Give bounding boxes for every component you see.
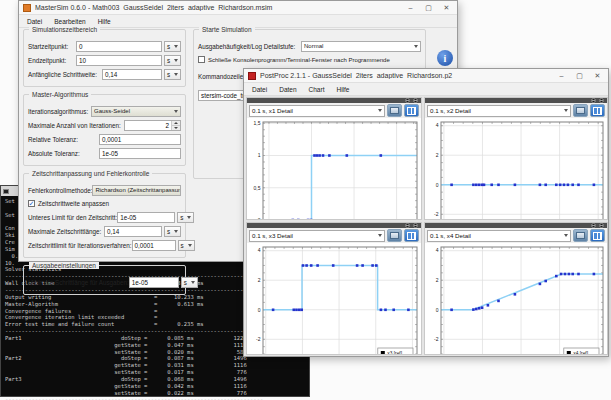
field-label: Minimale Schrittlänge für Ausgaben:	[28, 279, 129, 286]
group-ausgabeeinstellungen: Ausgabeeinstellungen Minimale Schrittlän…	[23, 265, 186, 295]
svg-text:x4 [ref]: x4 [ref]	[573, 351, 588, 355]
svg-text:4: 4	[436, 122, 439, 128]
table-icon	[407, 107, 416, 115]
field-label: Maximale Anzahl von Iterationen:	[28, 122, 121, 129]
unit-combo[interactable]: s	[164, 69, 181, 80]
relative-tolerance-input[interactable]: 0,0001	[99, 134, 181, 145]
table-icon	[593, 232, 602, 240]
iteration-step-limit-input[interactable]: 0,0001	[132, 240, 176, 251]
desktop: Set Set Con Ski Cre Sim 0. 10. Solver st…	[0, 0, 611, 400]
group-title: Starte Simulation	[199, 26, 255, 33]
chevron-down-icon	[378, 234, 382, 237]
chart-settings-button[interactable]	[573, 104, 588, 117]
chart-selector-dropdown[interactable]: 0.1 s, x1 Detail	[249, 105, 385, 117]
minimize-button[interactable]: –	[402, 2, 419, 14]
group-title: Simulationszeitbereich	[29, 26, 100, 33]
chart-icon	[390, 107, 399, 114]
unit-combo[interactable]: s	[164, 226, 181, 237]
chart-canvas-x4[interactable]: 0,811,21,41,6-4-2024Zeit [s]x4 [ref]Part…	[425, 243, 607, 355]
table-icon	[407, 232, 416, 240]
chevron-down-icon	[378, 109, 382, 112]
chart-settings-button[interactable]	[573, 229, 588, 242]
unit-combo[interactable]: s	[164, 55, 181, 66]
chart-icon	[576, 107, 585, 114]
checkbox-label: Zeitschrittweite anpassen	[38, 200, 109, 207]
unit-combo[interactable]: s	[164, 41, 181, 52]
verbosity-dropdown[interactable]: Normal	[301, 41, 421, 52]
iterations-stepper[interactable]: 2	[124, 120, 181, 131]
svg-text:1,5: 1,5	[254, 120, 261, 126]
chart-canvas-x3[interactable]: 0,811,21,41,6-4-2024Zeit [s]x3 [ref]Part…	[247, 243, 421, 355]
close-button[interactable]: ✕	[438, 2, 455, 14]
field-label: Absolute Toleranz:	[28, 150, 80, 157]
chevron-down-icon	[187, 216, 191, 219]
chart-selector-dropdown[interactable]: 0.1 s, x2 Detail	[427, 105, 571, 117]
chart-panel-grid: 0.1 s, x1 Detail 0,9511,051,100,511,5Zei…	[244, 96, 608, 356]
max-step-length-input[interactable]: 0,14	[104, 226, 162, 237]
info-icon[interactable]: i	[437, 50, 453, 66]
initial-step-input[interactable]: 0,14	[102, 69, 162, 80]
field-label: Anfängliche Schrittweite:	[28, 71, 97, 78]
end-time-input[interactable]: 10	[76, 55, 162, 66]
table-view-button[interactable]	[404, 229, 419, 242]
chevron-down-icon	[564, 234, 568, 237]
chevron-down-icon	[174, 73, 178, 76]
menu-hilfe[interactable]: Hilfe	[93, 17, 116, 26]
maximize-button[interactable]: ▢	[420, 2, 437, 14]
start-time-input[interactable]: 0	[76, 41, 162, 52]
group-simulationszeitbereich: Simulationszeitbereich Startzeitpunkt: 0…	[23, 29, 186, 87]
menu-bearbeiten[interactable]: Bearbeiten	[49, 17, 90, 26]
table-view-button[interactable]	[590, 229, 605, 242]
minimize-button[interactable]: –	[553, 70, 570, 82]
unit-combo[interactable]: s	[177, 212, 194, 223]
menu-hilfe[interactable]: Hilfe	[331, 85, 354, 94]
chevron-down-icon	[174, 45, 178, 48]
chevron-down-icon	[174, 127, 178, 129]
field-label: Kommandozeile:	[198, 73, 245, 80]
menu-chart[interactable]: Chart	[304, 85, 330, 94]
close-button[interactable]: ✕	[589, 70, 606, 82]
field-label: Zeitschrittlimit für Iterationsverfahren…	[28, 242, 132, 249]
table-icon	[593, 107, 602, 115]
svg-text:-2: -2	[256, 336, 261, 342]
svg-text:2: 2	[436, 152, 439, 158]
absolute-tolerance-input[interactable]: 1e-05	[99, 148, 181, 159]
chevron-down-icon	[191, 281, 195, 284]
menu-daten[interactable]: Daten	[274, 85, 301, 94]
chart-selector-dropdown[interactable]: 0.1 s, x4 Detail	[427, 230, 571, 242]
menu-datei[interactable]: Datei	[247, 85, 272, 94]
chart-settings-button[interactable]	[387, 104, 402, 117]
chart-canvas-x1[interactable]: 0,9511,051,100,511,5Zeit [s]x1 [ref]Part…	[247, 118, 421, 220]
field-label: Relative Toleranz:	[28, 136, 78, 143]
chart-canvas-x2[interactable]: 0,811,21,41,6-4-2024Zeit [s]x2 [ref]Part…	[425, 118, 607, 220]
error-control-dropdown[interactable]: Richardson (Zeitschrittanpassung)	[92, 185, 181, 196]
svg-text:x3 [ref]: x3 [ref]	[387, 351, 402, 355]
svg-text:2: 2	[436, 277, 439, 283]
svg-text:-2: -2	[434, 211, 439, 217]
chart-selector-dropdown[interactable]: 0.1 s, x3 Detail	[249, 230, 385, 242]
postproc-titlebar[interactable]: PostProc 2.1.1 - GaussSeidel_2iters_adap…	[244, 69, 608, 83]
chart-settings-button[interactable]	[387, 229, 402, 242]
mastersim-app-icon	[23, 4, 31, 12]
group-title: Zeitschrittanpassung und Fehlerkontrolle	[29, 170, 152, 177]
mastersim-titlebar[interactable]: MasterSim 0.6.0 - Math003_GaussSeidel_2i…	[19, 1, 457, 15]
table-view-button[interactable]	[404, 104, 419, 117]
postproc-window[interactable]: PostProc 2.1.1 - GaussSeidel_2iters_adap…	[243, 68, 609, 357]
min-output-step-input[interactable]: 1e-05	[129, 277, 179, 288]
chevron-down-icon	[188, 244, 192, 247]
svg-text:4: 4	[436, 247, 439, 253]
algorithm-dropdown[interactable]: Gauss-Seidel	[91, 106, 181, 117]
menu-datei[interactable]: Datei	[22, 17, 47, 26]
field-label: Startzeitpunkt:	[28, 43, 68, 50]
unit-combo[interactable]: s	[178, 240, 195, 251]
svg-text:0: 0	[258, 217, 261, 220]
unit-combo[interactable]: s	[181, 277, 198, 288]
close-console-checkbox[interactable]	[198, 56, 205, 63]
adjust-step-checkbox[interactable]: ✓	[28, 200, 35, 207]
maximize-button[interactable]: ▢	[571, 70, 588, 82]
field-label: Maximale Zeitschrittlänge:	[28, 228, 101, 235]
field-label: Unteres Limit für den Zeitschritt:	[28, 214, 117, 221]
table-view-button[interactable]	[590, 104, 605, 117]
spin-down-button[interactable]	[172, 126, 180, 130]
lower-step-limit-input[interactable]: 1e-05	[117, 212, 175, 223]
